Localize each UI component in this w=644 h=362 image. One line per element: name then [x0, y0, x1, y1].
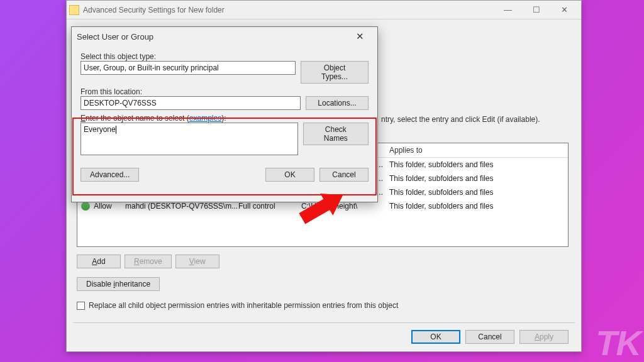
examples-link[interactable]: examples — [189, 114, 221, 123]
parent-window-title: Advanced Security Settings for New folde… — [83, 6, 225, 14]
svg-marker-0 — [296, 187, 349, 229]
watermark-text: TK — [596, 322, 640, 362]
annotation-arrow-icon — [272, 187, 353, 238]
replace-children-row: Replace all child object permission entr… — [77, 301, 398, 310]
parent-ok-button[interactable]: OK — [411, 330, 460, 344]
select-user-dialog: Select User or Group ✕ Select this objec… — [71, 26, 378, 202]
child-cancel-button[interactable]: Cancel — [319, 168, 369, 182]
col-header-applies: Applies to — [389, 146, 564, 155]
object-type-label: Select this object type: — [80, 52, 369, 61]
permission-action-row: Add Remove View — [77, 255, 219, 268]
person-icon — [81, 202, 90, 211]
check-names-button[interactable]: Check Names — [303, 123, 369, 145]
from-location-label: From this location: — [80, 87, 369, 96]
child-body: Select this object type: User, Group, or… — [72, 46, 377, 188]
parent-cancel-button[interactable]: Cancel — [465, 330, 514, 344]
enter-name-label: Enter the object name to select (example… — [80, 114, 369, 123]
remove-button: Remove — [125, 255, 172, 268]
cell-applies: This folder, subfolders and files — [389, 174, 564, 183]
edit-instruction-text: ntry, select the entry and click Edit (i… — [381, 115, 540, 124]
view-button: View — [175, 255, 219, 268]
text-caret — [116, 126, 116, 134]
child-titlebar: Select User or Group ✕ — [72, 27, 377, 46]
folder-icon — [69, 5, 79, 15]
child-title: Select User or Group — [77, 32, 153, 41]
cell-applies: This folder, subfolders and files — [389, 202, 564, 211]
parent-apply-button: Apply — [519, 330, 569, 344]
disable-inheritance-row: Disable inheritance — [77, 277, 160, 291]
maximize-button[interactable]: ☐ — [522, 1, 550, 19]
disable-inheritance-button[interactable]: Disable inheritance — [77, 277, 160, 291]
cell-applies: This folder, subfolders and files — [389, 188, 564, 197]
child-close-button[interactable]: ✕ — [347, 31, 372, 42]
parent-footer-buttons: OK Cancel Apply — [411, 330, 569, 344]
footer-separator — [73, 322, 575, 323]
object-type-field: User, Group, or Built-in security princi… — [80, 61, 296, 75]
parent-close-button[interactable]: ✕ — [550, 1, 579, 19]
locations-button[interactable]: Locations... — [306, 96, 369, 110]
child-ok-button[interactable]: OK — [265, 168, 314, 182]
replace-children-label: Replace all child object permission entr… — [89, 301, 398, 310]
cell-type: Allow — [94, 202, 112, 211]
cell-applies: This folder, subfolders and files — [389, 160, 564, 169]
object-name-input[interactable]: Everyone — [80, 123, 298, 155]
location-field: DESKTOP-QV76SSS — [80, 96, 301, 110]
parent-titlebar: Advanced Security Settings for New folde… — [67, 1, 581, 19]
replace-children-checkbox[interactable] — [77, 302, 85, 310]
advanced-button[interactable]: Advanced... — [80, 168, 139, 182]
cell-principal: mahdi (DESKTOP-QV76SSS\m... — [125, 202, 238, 211]
add-button[interactable]: Add — [77, 255, 121, 268]
minimize-button[interactable]: — — [494, 1, 522, 19]
object-types-button[interactable]: Object Types... — [301, 61, 369, 84]
